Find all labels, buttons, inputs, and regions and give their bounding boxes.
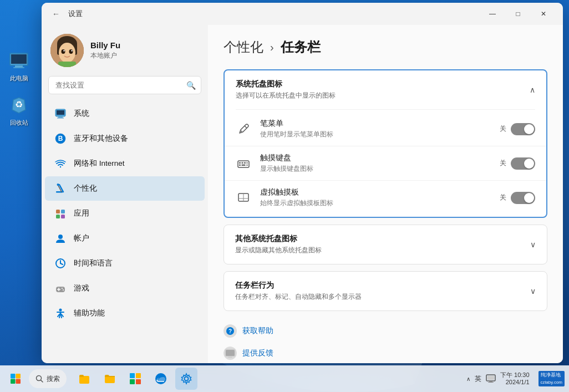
pen-menu-text: 笔菜单 使用笔时显示笔菜单图标 bbox=[260, 119, 493, 139]
other-tray-header[interactable]: 其他系统托盘图标 显示或隐藏其他系统托盘图标 ∨ bbox=[224, 225, 547, 264]
display-icon[interactable] bbox=[486, 374, 496, 384]
time-label: 时间和语言 bbox=[74, 258, 113, 268]
virtual-touchpad-toggle[interactable] bbox=[511, 192, 535, 204]
watermark-text: 纯净基地czlaby.com bbox=[538, 371, 565, 386]
taskbar-search[interactable]: 搜索 bbox=[29, 369, 67, 388]
sidebar-search-container: 🔍 bbox=[48, 76, 201, 94]
touch-keyboard-name: 触摸键盘 bbox=[260, 153, 493, 163]
svg-rect-41 bbox=[239, 162, 241, 164]
svg-rect-68 bbox=[136, 379, 141, 384]
computer-icon bbox=[8, 50, 30, 72]
gaming-label: 游戏 bbox=[74, 283, 89, 293]
system-tray-subtitle: 选择可以在系统托盘中显示的图标 bbox=[236, 91, 336, 100]
start-button[interactable] bbox=[4, 368, 27, 390]
settings-taskbar[interactable] bbox=[175, 368, 197, 390]
svg-point-14 bbox=[71, 50, 72, 51]
svg-rect-44 bbox=[247, 162, 248, 164]
system-tray-header[interactable]: 系统托盘图标 选择可以在系统托盘中显示的图标 ∧ bbox=[225, 70, 546, 109]
maximize-button[interactable]: □ bbox=[505, 5, 531, 23]
svg-rect-45 bbox=[239, 164, 241, 166]
svg-rect-19 bbox=[57, 118, 64, 119]
sidebar-item-system[interactable]: 系统 bbox=[45, 101, 205, 126]
watermark: 纯净基地czlaby.com bbox=[538, 371, 565, 386]
svg-rect-59 bbox=[11, 379, 16, 384]
svg-rect-46 bbox=[242, 164, 246, 166]
store-taskbar[interactable] bbox=[124, 368, 146, 390]
svg-text:B: B bbox=[58, 135, 63, 142]
sidebar-item-network[interactable]: 网络和 Internet bbox=[45, 151, 205, 176]
sidebar-item-gaming[interactable]: 游戏 bbox=[45, 276, 205, 301]
edge-taskbar[interactable] bbox=[150, 368, 172, 390]
taskbar-right: ∧ 英 下午 10:30 2024/1/1 纯净基地czlaby.com bbox=[466, 371, 565, 386]
feedback-icon bbox=[223, 347, 237, 360]
lang-indicator[interactable]: 英 bbox=[475, 374, 481, 384]
svg-rect-27 bbox=[61, 210, 65, 213]
system-tray-title-group: 系统托盘图标 选择可以在系统托盘中显示的图标 bbox=[236, 79, 336, 100]
virtual-touchpad-name: 虚拟触摸板 bbox=[260, 187, 493, 197]
computer-icon-label: 此电脑 bbox=[10, 74, 28, 83]
svg-rect-57 bbox=[11, 374, 16, 379]
window-body: Billy Fu 本地账户 🔍 bbox=[42, 25, 563, 363]
back-button[interactable]: ← bbox=[48, 6, 64, 22]
apps-label: 应用 bbox=[74, 208, 89, 218]
clock[interactable]: 下午 10:30 2024/1/1 bbox=[500, 371, 530, 386]
touch-keyboard-toggle[interactable] bbox=[511, 157, 535, 170]
desktop-icon-computer[interactable]: 此电脑 bbox=[8, 50, 30, 83]
taskbar-behavior-header[interactable]: 任务栏行为 任务栏对齐、标记、自动隐藏和多个显示器 ∨ bbox=[224, 272, 547, 310]
sidebar-item-bluetooth[interactable]: B 蓝牙和其他设备 bbox=[45, 126, 205, 151]
svg-point-13 bbox=[63, 50, 64, 51]
desktop-icon-recycle[interactable]: ♻ 回收站 bbox=[8, 94, 30, 127]
virtual-touchpad-controls: 关 bbox=[500, 192, 535, 204]
taskbar-icons bbox=[73, 368, 197, 390]
svg-rect-4 bbox=[13, 67, 24, 68]
get-help-item[interactable]: ? 获取帮助 bbox=[223, 320, 547, 342]
taskbar-behavior-title: 任务栏行为 bbox=[235, 281, 362, 291]
sidebar-item-time[interactable]: 时间和语言 bbox=[45, 251, 205, 276]
other-tray-section: 其他系统托盘图标 显示或隐藏其他系统托盘图标 ∨ bbox=[223, 225, 547, 264]
touch-keyboard-toggle-label: 关 bbox=[500, 159, 506, 168]
avatar bbox=[50, 34, 84, 67]
tray-up-arrow[interactable]: ∧ bbox=[466, 376, 470, 382]
accounts-label: 帐户 bbox=[74, 233, 89, 243]
page-title: 任务栏 bbox=[281, 38, 321, 56]
title-bar: ← 设置 — □ ✕ bbox=[42, 3, 563, 25]
personalize-label: 个性化 bbox=[74, 184, 97, 194]
sidebar-item-apps[interactable]: 应用 bbox=[45, 201, 205, 226]
sidebar-item-accounts[interactable]: 帐户 bbox=[45, 226, 205, 251]
time-icon bbox=[54, 257, 67, 270]
file-explorer-taskbar[interactable] bbox=[73, 368, 95, 390]
pen-menu-toggle-thumb bbox=[524, 124, 534, 134]
taskbar-behavior-section: 任务栏行为 任务栏对齐、标记、自动隐藏和多个显示器 ∨ bbox=[223, 271, 547, 311]
pen-menu-controls: 关 bbox=[500, 123, 535, 135]
svg-point-70 bbox=[185, 377, 189, 381]
profile-info: Billy Fu 本地账户 bbox=[90, 40, 120, 60]
settings-window: ← 设置 — □ ✕ bbox=[42, 3, 563, 363]
feedback-label: 提供反馈 bbox=[242, 348, 273, 358]
virtual-touchpad-text: 虚拟触摸板 始终显示虚拟触摸板图标 bbox=[260, 187, 493, 208]
touch-keyboard-desc: 显示触摸键盘图标 bbox=[260, 164, 493, 174]
search-input[interactable] bbox=[48, 76, 201, 94]
taskbar-behavior-chevron: ∨ bbox=[530, 287, 536, 296]
pen-menu-icon bbox=[236, 121, 251, 137]
touch-keyboard-controls: 关 bbox=[500, 157, 535, 170]
breadcrumb-parent: 个性化 bbox=[223, 38, 263, 56]
taskbar-behavior-title-group: 任务栏行为 任务栏对齐、标记、自动隐藏和多个显示器 bbox=[235, 281, 362, 302]
svg-text:?: ? bbox=[228, 328, 232, 334]
window-controls: — □ ✕ bbox=[480, 5, 556, 23]
svg-point-10 bbox=[59, 43, 75, 63]
get-help-label: 获取帮助 bbox=[242, 326, 273, 336]
taskbar-behavior-subtitle: 任务栏对齐、标记、自动隐藏和多个显示器 bbox=[235, 292, 362, 302]
sidebar-profile[interactable]: Billy Fu 本地账户 bbox=[42, 25, 208, 76]
svg-rect-67 bbox=[130, 379, 135, 384]
pen-menu-toggle[interactable] bbox=[511, 123, 535, 135]
svg-rect-28 bbox=[56, 215, 60, 218]
svg-rect-56 bbox=[228, 357, 232, 358]
minimize-button[interactable]: — bbox=[480, 5, 505, 23]
feedback-item[interactable]: 提供反馈 bbox=[223, 342, 547, 363]
folder-taskbar[interactable] bbox=[99, 368, 121, 390]
svg-rect-26 bbox=[56, 210, 60, 213]
close-button[interactable]: ✕ bbox=[531, 5, 556, 23]
sidebar-item-personalize[interactable]: 个性化 bbox=[45, 176, 205, 201]
virtual-touchpad-row: 虚拟触摸板 始终显示虚拟触摸板图标 关 bbox=[225, 181, 546, 215]
sidebar-item-accessibility[interactable]: 辅助功能 bbox=[45, 301, 205, 325]
